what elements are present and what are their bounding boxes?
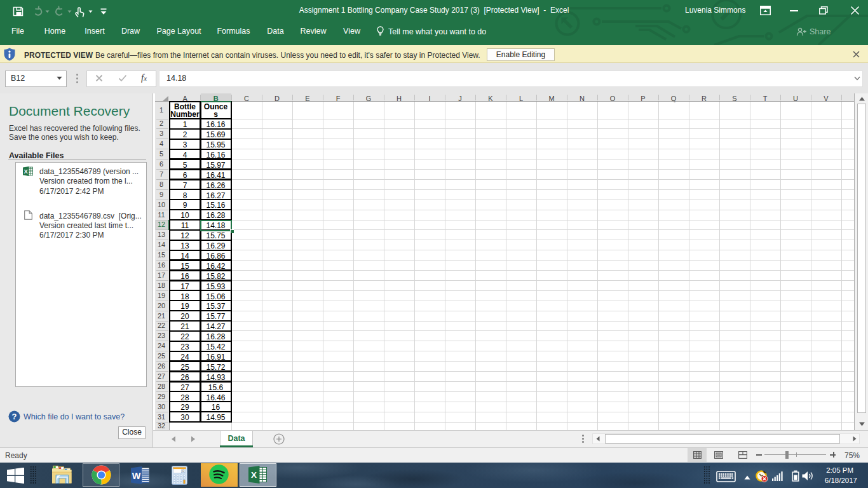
svg-text:?: ? — [12, 412, 17, 421]
svg-text:W: W — [132, 471, 141, 481]
svg-text:X: X — [24, 168, 28, 175]
svg-text:0: 0 — [182, 469, 184, 473]
svg-text:X: X — [251, 470, 257, 480]
